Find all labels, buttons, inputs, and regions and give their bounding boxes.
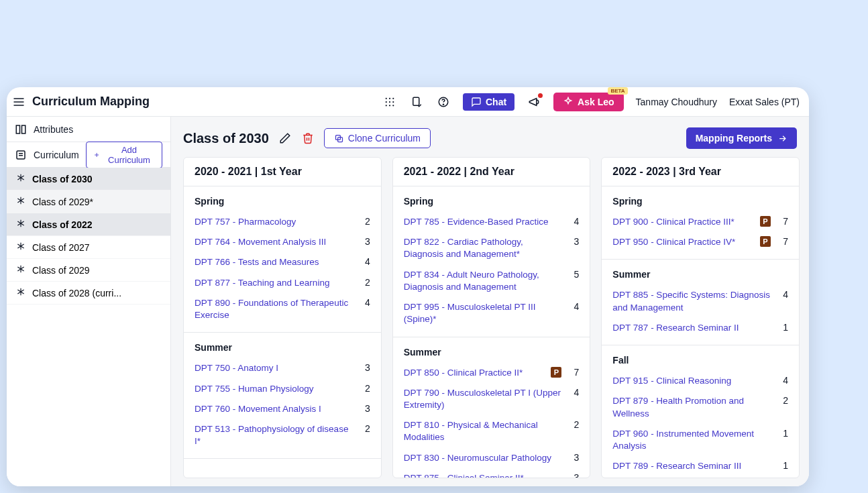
course-row: DPT 915 - Clinical Reasoning4 (602, 371, 799, 391)
sidebar-curriculum[interactable]: Curriculum Add Curriculum (7, 142, 170, 168)
arrow-right-icon (777, 133, 788, 144)
course-link[interactable]: DPT 750 - Anatomy I (195, 362, 353, 374)
svg-rect-15 (16, 125, 19, 133)
course-row: DPT 830 - Neuromuscular Pathology3 (393, 448, 590, 468)
copy-icon (334, 133, 344, 144)
course-link[interactable]: DPT 790 - Musculoskeletal PT I (Upper Ex… (404, 387, 562, 411)
org-name[interactable]: Exxat Sales (PT) (729, 97, 800, 107)
term-block: SpringDPT 757 - Pharmacology2DPT 764 - M… (184, 186, 381, 333)
course-row: DPT 885 - Specific Systems: Diagnosis an… (602, 285, 799, 317)
course-link[interactable]: DPT 879 - Health Promotion and Wellness (612, 395, 771, 419)
task-check-icon[interactable] (409, 95, 424, 109)
course-link[interactable]: DPT 830 - Neuromuscular Pathology (404, 452, 562, 464)
sidebar-attributes[interactable]: Attributes (7, 117, 170, 142)
ask-leo-button[interactable]: Ask Leo BETA (553, 93, 623, 111)
clone-curriculum-button[interactable]: Clone Curriculum (324, 128, 431, 148)
course-row: DPT 950 - Clinical Practice IV*P7 (602, 232, 799, 252)
term-name: Summer (602, 260, 799, 285)
course-link[interactable]: DPT 900 - Clinical Practice III* (612, 216, 753, 228)
course-link[interactable]: DPT 915 - Clinical Reasoning (612, 375, 771, 387)
course-row: DPT 789 - Research Seminar III1 (602, 456, 799, 476)
course-link[interactable]: DPT 760 - Movement Analysis I (195, 403, 353, 415)
asterisk-icon (16, 241, 25, 253)
asterisk-icon (16, 219, 25, 230)
hamburger-icon[interactable] (12, 95, 25, 109)
year-body: SpringDPT 785 - Evidence-Based Practice4… (393, 186, 590, 478)
course-link[interactable]: DPT 755 - Human Physiology (195, 383, 353, 395)
course-link[interactable]: DPT 834 - Adult Neuro Pathology, Diagnos… (404, 269, 562, 293)
course-credits: 3 (568, 452, 579, 463)
course-row: DPT 890 - Foundations of Therapeutic Exe… (184, 293, 381, 325)
asterisk-icon (16, 196, 25, 207)
announcements-icon[interactable] (527, 95, 541, 109)
course-link[interactable]: DPT 995 - Musculoskeletal PT III (Spine)… (404, 301, 562, 325)
svg-point-5 (392, 97, 394, 99)
course-link[interactable]: DPT 850 - Clinical Practice II* (404, 367, 545, 379)
svg-point-3 (386, 97, 387, 99)
svg-point-9 (386, 105, 387, 106)
term-name: Fall (602, 345, 799, 371)
course-credits: 3 (360, 236, 370, 247)
class-label: Class of 2029* (32, 197, 93, 207)
course-link[interactable]: DPT 810 - Physical & Mechanical Modaliti… (404, 419, 562, 443)
course-row: DPT 785 - Evidence-Based Practice4 (393, 212, 590, 232)
course-link[interactable]: DPT 960 - Instrumented Movement Analysis (612, 428, 771, 452)
notification-dot (538, 93, 543, 98)
class-label: Class of 2028 (curri... (32, 288, 121, 298)
course-link[interactable]: DPT 785 - Evidence-Based Practice (404, 216, 562, 228)
term-name: Spring (602, 186, 799, 212)
class-row[interactable]: Class of 2022 (7, 213, 170, 236)
class-row[interactable]: Class of 2027 (7, 236, 170, 259)
course-link[interactable]: DPT 875 - Clinical Seminar II* (404, 472, 562, 478)
course-link[interactable]: DPT 890 - Foundations of Therapeutic Exe… (195, 297, 353, 321)
course-row: DPT 513 - Pathophysiology of disease I*2 (184, 419, 381, 451)
class-label: Class of 2022 (32, 219, 93, 230)
course-link[interactable]: DPT 950 - Clinical Practice IV* (612, 236, 753, 248)
body: Attributes Curriculum Add Curriculum Cla… (7, 117, 809, 486)
term-name: Summer (184, 333, 381, 358)
course-link[interactable]: DPT 787 - Research Seminar II (612, 322, 771, 334)
curriculum-label: Curriculum (34, 150, 79, 160)
class-row[interactable]: Class of 2029* (7, 190, 170, 213)
course-link[interactable]: DPT 757 - Pharmacology (195, 216, 353, 228)
course-row: DPT 834 - Adult Neuro Pathology, Diagnos… (393, 265, 590, 297)
course-link[interactable]: DPT 789 - Research Seminar III (612, 460, 771, 472)
course-link[interactable]: DPT 877 - Teaching and Learning (195, 277, 353, 289)
course-credits: 2 (360, 383, 370, 394)
svg-point-11 (392, 105, 394, 106)
term-block: SpringDPT 900 - Clinical Practice III*P7… (602, 186, 799, 260)
top-bar: Curriculum Mapping Chat Ask Leo (7, 87, 809, 117)
p-badge: P (551, 367, 561, 378)
edit-icon[interactable] (278, 131, 292, 145)
p-badge: P (760, 236, 771, 247)
delete-icon[interactable] (301, 131, 315, 145)
class-row[interactable]: Class of 2028 (curri... (7, 282, 170, 305)
topbar-right: Chat Ask Leo BETA Tanmay Choudhury Exxat… (382, 93, 800, 111)
user-name[interactable]: Tanmay Choudhury (636, 97, 717, 107)
course-link[interactable]: DPT 513 - Pathophysiology of disease I* (195, 423, 353, 447)
class-row[interactable]: Class of 2029 (7, 259, 170, 282)
reports-label: Mapping Reports (696, 133, 772, 144)
course-link[interactable]: DPT 822 - Cardiac Pathology, Diagnosis a… (404, 236, 562, 260)
year-columns: 2020 - 2021 | 1st YearSpringDPT 757 - Ph… (171, 157, 809, 486)
course-credits: 2 (360, 423, 370, 434)
course-link[interactable]: DPT 885 - Specific Systems: Diagnosis an… (612, 289, 771, 313)
course-row: DPT 875 - Clinical Seminar II*3 (393, 468, 590, 478)
apps-grid-icon[interactable] (382, 95, 397, 109)
svg-point-8 (392, 101, 394, 102)
chat-button[interactable]: Chat (463, 93, 514, 111)
svg-rect-12 (413, 97, 419, 105)
course-link[interactable]: DPT 764 - Movement Analysis III (195, 236, 353, 248)
course-link[interactable]: DPT 766 - Tests and Measures (195, 256, 353, 268)
course-credits: 2 (777, 395, 788, 406)
svg-point-14 (443, 104, 443, 105)
chat-icon (471, 97, 482, 107)
mapping-reports-button[interactable]: Mapping Reports (686, 127, 797, 149)
course-row: DPT 960 - Instrumented Movement Analysis… (602, 424, 799, 456)
help-icon[interactable] (436, 95, 451, 109)
course-credits: 7 (777, 236, 788, 247)
course-row: DPT 766 - Tests and Measures4 (184, 252, 381, 272)
add-curriculum-button[interactable]: Add Curriculum (86, 142, 162, 168)
class-row[interactable]: Class of 2030 (7, 168, 170, 190)
sidebar: Attributes Curriculum Add Curriculum Cla… (7, 117, 171, 486)
